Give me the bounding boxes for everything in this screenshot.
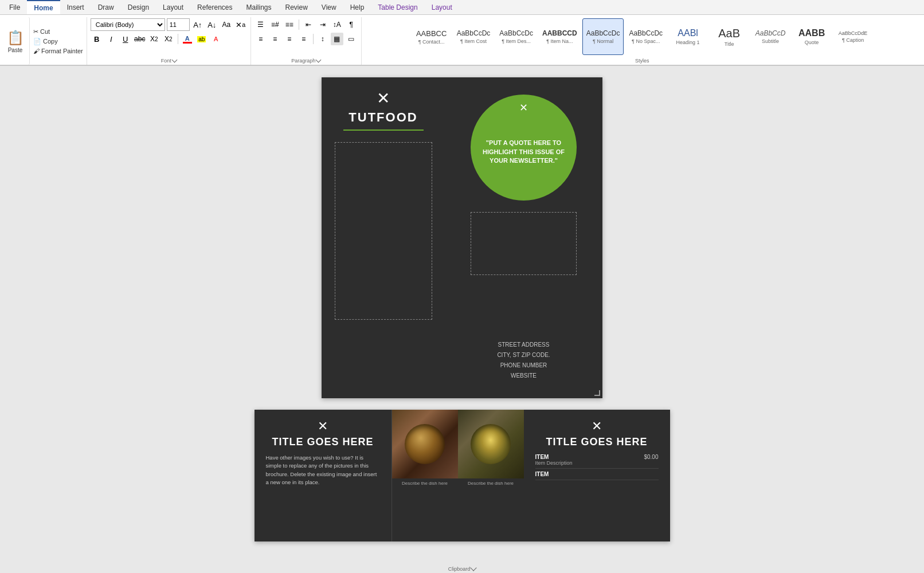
inner-left-desc: Have other images you wish to use? It is… <box>266 454 380 486</box>
font-expand-icon[interactable] <box>171 57 177 63</box>
paste-icon: 📋 <box>6 29 25 47</box>
paste-button[interactable]: 📋 Paste <box>1 17 30 65</box>
style-subtitle[interactable]: AaBbCcD Subtitle <box>750 18 790 55</box>
menu-item-2: ITEM <box>535 471 659 480</box>
style-itemna[interactable]: AABBCCD ¶ Item Na... <box>538 18 581 55</box>
inner-right-icon: ✕ <box>535 419 659 434</box>
page-inner: ✕ TITLE GOES HERE Have other images you … <box>255 410 670 541</box>
sort-button[interactable]: ↕A <box>331 18 343 31</box>
cut-button[interactable]: ✂ Cut <box>31 28 85 36</box>
paragraph-expand-icon[interactable] <box>316 57 322 63</box>
font-color-button[interactable]: A <box>210 33 222 45</box>
borders-button[interactable]: ▭ <box>345 33 358 45</box>
decrease-font-button[interactable]: A↓ <box>206 18 218 31</box>
superscript-button[interactable]: X2 <box>162 33 175 45</box>
align-center-button[interactable]: ≡ <box>269 33 281 45</box>
numbering-button[interactable]: ≡# <box>269 18 281 31</box>
paste-label: Paste <box>8 47 23 53</box>
style-caption[interactable]: AaBbCcDdE ¶ Caption <box>833 18 873 55</box>
decrease-indent-button[interactable]: ⇤ <box>302 18 315 31</box>
style-title[interactable]: AaB Title <box>709 18 749 55</box>
font-group-label: Font <box>161 58 171 64</box>
quote-circle: ✕ "PUT A QUOTE HERE TO HIGHLIGHT THIS IS… <box>471 95 577 201</box>
underline-button[interactable]: U <box>119 33 132 45</box>
style-itemcost[interactable]: AaBbCcDc ¶ Item Cost <box>453 18 495 55</box>
quote-cutlery-icon: ✕ <box>519 101 528 114</box>
format-painter-icon: 🖌 <box>33 48 40 54</box>
tab-draw[interactable]: Draw <box>91 0 121 14</box>
multilevel-button[interactable]: ≡≡ <box>283 18 296 31</box>
cover-left-image-placeholder[interactable] <box>335 142 432 320</box>
tab-layout-right[interactable]: Layout <box>425 0 459 14</box>
cover-address: STREET ADDRESS CITY, ST ZIP CODE. PHONE … <box>497 340 550 387</box>
font-name-select[interactable]: Calibri (Body) <box>91 18 165 31</box>
food-image-2[interactable] <box>458 410 524 478</box>
styles-group-label: Styles <box>635 58 649 64</box>
increase-font-button[interactable]: A↑ <box>191 18 204 31</box>
food-image-1[interactable] <box>392 410 458 478</box>
style-quote[interactable]: AABB Quote <box>792 18 832 55</box>
style-contact[interactable]: AABBCC ¶ Contact... <box>412 18 452 55</box>
cut-icon: ✂ <box>33 28 38 36</box>
shading-button[interactable]: ▦ <box>331 33 343 45</box>
copy-button[interactable]: 📄 Copy <box>31 37 85 46</box>
inner-left-title: TITLE GOES HERE <box>272 436 373 448</box>
tab-review[interactable]: Review <box>279 0 315 14</box>
quote-text: "PUT A QUOTE HERE TO HIGHLIGHT THIS ISSU… <box>482 139 565 165</box>
copy-icon: 📄 <box>33 38 41 45</box>
tab-insert[interactable]: Insert <box>60 0 91 14</box>
bold-button[interactable]: B <box>91 33 103 45</box>
page-cover: + ✕ TUTFOOD ✕ "PUT A QUOTE HERE TO HIGHL… <box>322 77 602 398</box>
tab-mailings[interactable]: Mailings <box>239 0 278 14</box>
tab-help[interactable]: Help <box>343 0 371 14</box>
style-nospace[interactable]: AaBbCcDc ¶ No Spac... <box>625 18 667 55</box>
italic-button[interactable]: I <box>105 33 118 45</box>
highlight-button[interactable]: ab <box>195 33 208 45</box>
bullets-button[interactable]: ☰ <box>255 18 267 31</box>
cover-title: TUTFOOD <box>349 110 417 125</box>
subscript-button[interactable]: X2 <box>148 33 160 45</box>
align-left-button[interactable]: ≡ <box>255 33 267 45</box>
style-heading1[interactable]: AABl Heading 1 <box>668 18 708 55</box>
cover-underline <box>343 129 424 131</box>
inner-left-icon: ✕ <box>318 419 328 434</box>
cover-right-image-placeholder[interactable] <box>471 212 577 275</box>
justify-button[interactable]: ≡ <box>297 33 310 45</box>
tab-references[interactable]: References <box>190 0 239 14</box>
food-caption-2: Describe the dish here <box>458 478 524 488</box>
cover-cutlery-icon: ✕ <box>377 89 390 108</box>
menu-item-1: ITEM Item Description $0.00 <box>535 454 659 469</box>
change-case-button[interactable]: Aa <box>220 18 233 31</box>
tab-home[interactable]: Home <box>27 0 60 14</box>
inner-right-title: TITLE GOES HERE <box>535 436 659 448</box>
tab-layout[interactable]: Layout <box>156 0 190 14</box>
resize-handle[interactable] <box>594 390 600 396</box>
strikethrough-button[interactable]: abc <box>134 33 146 45</box>
font-size-input[interactable] <box>167 18 190 31</box>
tab-design[interactable]: Design <box>121 0 156 14</box>
format-painter-button[interactable]: 🖌 Format Painter <box>31 47 85 55</box>
style-normal[interactable]: AaBbCcDc ¶ Normal <box>582 18 624 55</box>
align-right-button[interactable]: ≡ <box>283 33 296 45</box>
line-spacing-button[interactable]: ↕ <box>316 33 329 45</box>
document-area: + ✕ TUTFOOD ✕ "PUT A QUOTE HERE TO HIGHL… <box>0 66 924 561</box>
tab-table-design[interactable]: Table Design <box>371 0 424 14</box>
food-caption-1: Describe the dish here <box>392 478 458 488</box>
style-itemdes[interactable]: AaBbCcDc ¶ Item Des... <box>495 18 537 55</box>
paragraph-group-label: Paragraph <box>291 58 315 64</box>
increase-indent-button[interactable]: ⇥ <box>316 18 329 31</box>
text-color-button[interactable]: A <box>181 33 194 45</box>
clear-format-button[interactable]: ✕a <box>234 18 247 31</box>
tab-file[interactable]: File <box>2 0 27 14</box>
show-marks-button[interactable]: ¶ <box>345 18 358 31</box>
tab-view[interactable]: View <box>315 0 343 14</box>
